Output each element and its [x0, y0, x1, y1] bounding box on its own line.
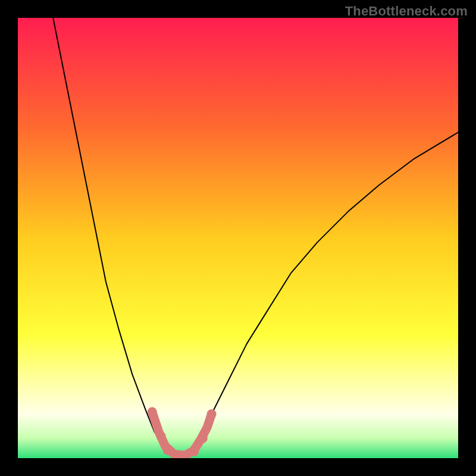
marker-point [163, 446, 173, 455]
watermark-text: TheBottleneck.com [345, 4, 468, 19]
marker-point [207, 409, 217, 419]
marker-point [148, 407, 157, 416]
chart-svg [18, 18, 458, 458]
plot-area [18, 18, 458, 458]
marker-point [198, 434, 208, 443]
marker-point [189, 447, 199, 456]
chart-background [18, 18, 458, 458]
marker-point [156, 431, 166, 441]
chart-frame: TheBottleneck.com [0, 0, 476, 476]
